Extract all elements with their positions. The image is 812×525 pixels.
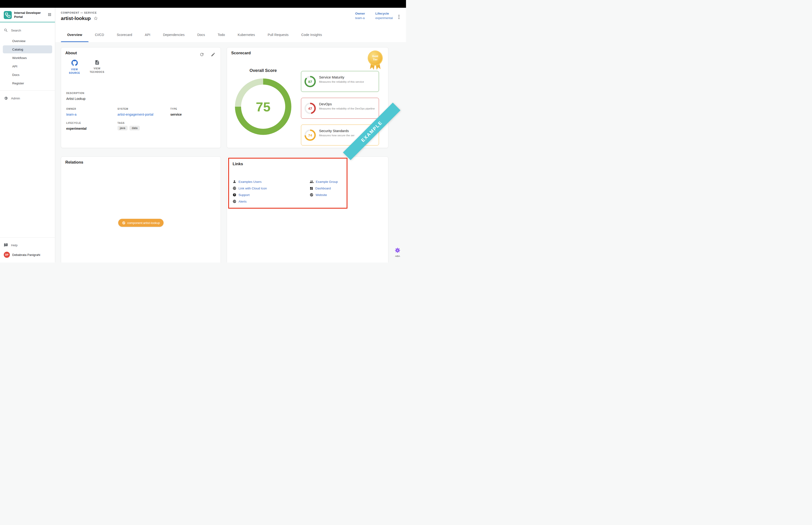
globe-icon <box>233 186 236 190</box>
tab-overview[interactable]: Overview <box>61 28 89 42</box>
link-item[interactable]: Examples Users <box>233 179 267 184</box>
aida-launcher[interactable]: AIDA <box>392 247 403 257</box>
view-source-label: VIEW <box>66 68 83 71</box>
relations-card: Relations component:artist-lookup <box>61 156 221 262</box>
entity-globe-icon <box>122 221 125 225</box>
lifecycle-field-value: experimental <box>66 127 87 131</box>
view-source-button[interactable]: VIEW SOURCE <box>66 60 83 75</box>
scorecard-card: Scorecard Gold Tier Overall Score 75 87 … <box>227 47 388 148</box>
user-name: Debabrata Panigrahi <box>12 253 40 257</box>
score-ring: 74 <box>305 130 316 141</box>
lifecycle-meta: Lifecycle experimental <box>376 12 393 20</box>
help-icon <box>233 193 236 197</box>
tag-chip[interactable]: data <box>129 126 140 131</box>
tab-todo[interactable]: Todo <box>211 28 231 42</box>
refresh-icon[interactable] <box>199 52 204 57</box>
sidebar-item-overview[interactable]: Overview <box>3 37 52 45</box>
about-title: About <box>65 51 77 56</box>
lifecycle-label: Lifecycle <box>376 12 393 15</box>
user-profile[interactable]: DP Debabrata Panigrahi <box>0 249 55 260</box>
aida-flower-icon <box>395 247 401 253</box>
link-item[interactable]: Support <box>233 193 267 197</box>
dashboard-icon <box>310 186 313 190</box>
score-ring: 87 <box>305 76 316 87</box>
link-item[interactable]: Dashboard <box>310 186 338 191</box>
tab-docs[interactable]: Docs <box>191 28 212 42</box>
sidebar-item-label: Catalog <box>12 48 23 51</box>
overall-score-label: Overall Score <box>235 68 291 73</box>
score-item[interactable]: 87 Service Maturity Measures the reliabi… <box>301 71 379 92</box>
page-title: artist-lookup <box>61 15 91 21</box>
sidebar-item-register[interactable]: Register <box>3 79 52 87</box>
entity-header: COMPONENT — SERVICE artist-lookup Owner … <box>56 8 406 28</box>
tab-code-insights[interactable]: Code Insights <box>295 28 328 42</box>
sidebar-item-catalog[interactable]: Catalog <box>3 45 52 53</box>
overall-score-donut: 75 <box>235 78 291 135</box>
overall-score-value: 75 <box>256 99 271 115</box>
gold-tier-badge: Gold Tier <box>368 51 382 71</box>
tab-cicd[interactable]: CI/CD <box>89 28 110 42</box>
links-title: Links <box>233 162 243 166</box>
apps-grid-icon[interactable] <box>47 13 52 18</box>
view-source-label: SOURCE <box>66 71 83 75</box>
about-card: About VIEW SOURCE VIEW TECHDOCS <box>61 47 221 148</box>
sidebar-footer: Help DP Debabrata Panigrahi <box>0 234 55 262</box>
owner-value-link[interactable]: team-a <box>355 16 365 20</box>
tab-scorecard[interactable]: Scorecard <box>110 28 139 42</box>
sidebar-item-help[interactable]: Help <box>0 241 55 249</box>
score-value: 74 <box>306 131 315 139</box>
document-icon <box>94 60 100 65</box>
tab-api[interactable]: API <box>139 28 157 42</box>
user-icon <box>233 180 236 183</box>
link-label: Dashboard <box>315 186 331 190</box>
app-logo-row[interactable]: Internal Developer Portal <box>0 8 55 22</box>
kebab-menu-icon[interactable] <box>398 14 400 20</box>
globe-icon <box>310 193 313 197</box>
sidebar-item-api[interactable]: API <box>3 62 52 70</box>
sidebar-item-workflows[interactable]: Workflows <box>3 54 52 62</box>
owner-meta: Owner team-a <box>355 12 365 20</box>
sidebar-help-label: Help <box>11 243 18 247</box>
app-title: Internal Developer Portal <box>14 11 42 19</box>
sidebar-nav: Overview Catalog Workflows API Docs Regi… <box>0 37 55 87</box>
edit-pencil-icon[interactable] <box>211 52 215 57</box>
link-item[interactable]: Example Group <box>310 179 338 184</box>
link-item[interactable]: Alerts <box>233 199 267 204</box>
score-item-desc: Measures the reliability of the DevOps p… <box>319 107 376 111</box>
owner-label[interactable]: Owner <box>355 12 365 15</box>
description-value: Artist Lookup <box>66 97 86 101</box>
view-techdocs-button[interactable]: VIEW TECHDOCS <box>89 60 105 75</box>
tab-pull-requests[interactable]: Pull Requests <box>261 28 295 42</box>
gold-tier-label: Gold <box>372 55 378 58</box>
link-label: Example Group <box>316 180 338 183</box>
system-field-label: SYSTEM <box>118 108 128 110</box>
scorecard-title: Scorecard <box>231 51 251 56</box>
tab-dependencies[interactable]: Dependencies <box>157 28 191 42</box>
sidebar-divider <box>0 90 55 91</box>
score-item[interactable]: 47 DevOps Measures the reliability of th… <box>301 98 379 119</box>
page: Internal Developer Portal Search Overvie… <box>0 0 406 262</box>
relation-entity-chip[interactable]: component:artist-lookup <box>118 219 164 227</box>
sidebar-item-label: Docs <box>12 73 19 77</box>
sidebar-item-admin[interactable]: Admin <box>0 94 55 103</box>
breadcrumb: COMPONENT — SERVICE <box>61 11 97 14</box>
tag-chip[interactable]: java <box>118 126 127 131</box>
owner-field-label: OWNER <box>66 108 76 110</box>
type-field-value: service <box>170 112 182 116</box>
sidebar-item-label: API <box>12 65 17 68</box>
owner-field-value[interactable]: team-a <box>66 112 77 116</box>
sidebar-admin-label: Admin <box>11 96 20 100</box>
link-label: Support <box>239 193 249 197</box>
system-field-value[interactable]: artist-engagement-portal <box>118 112 153 116</box>
entity-tabs: Overview CI/CD Scorecard API Dependencie… <box>56 28 406 42</box>
sidebar-search[interactable]: Search <box>0 26 55 34</box>
sidebar: Internal Developer Portal Search Overvie… <box>0 8 55 262</box>
favorite-star-icon[interactable] <box>93 16 98 21</box>
sidebar-item-docs[interactable]: Docs <box>3 71 52 79</box>
tab-kubernetes[interactable]: Kubernetes <box>231 28 261 42</box>
link-item[interactable]: Website <box>310 193 338 197</box>
app-logo-icon <box>4 11 12 19</box>
globe-icon <box>233 199 236 203</box>
link-item[interactable]: Link with Cloud Icon <box>233 186 267 191</box>
sidebar-divider <box>0 237 55 238</box>
